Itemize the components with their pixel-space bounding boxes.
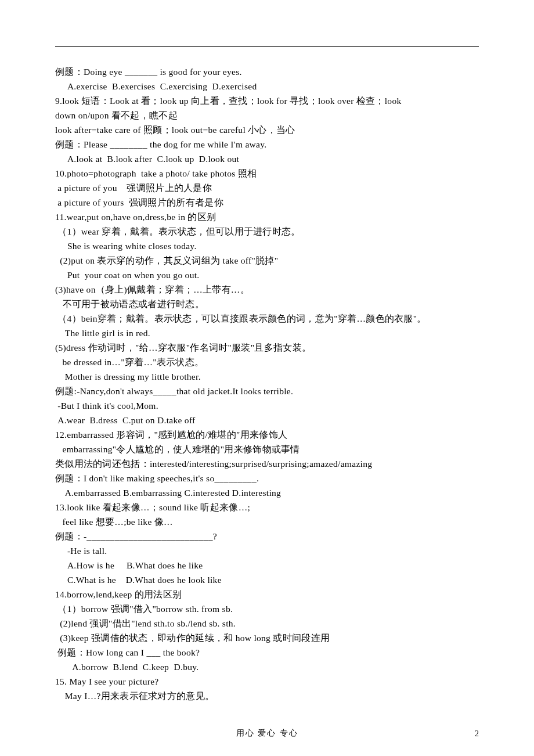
text-line: （1）borrow 强调"借入"borrow sth. from sb.: [55, 602, 479, 616]
text-line: -But I think it's cool,Mom.: [55, 398, 479, 413]
text-line: feel like 想要…;be like 像…: [55, 514, 479, 529]
body-text: 例题：Doing eye _______ is good for your ey…: [55, 64, 479, 703]
text-line: (5)dress 作动词时，"给…穿衣服"作名词时"服装"且多指女装。: [55, 340, 479, 355]
text-line: down on/upon 看不起，瞧不起: [55, 108, 479, 123]
footer-motto: 用心 爱心 专心: [236, 729, 298, 737]
header-rule: [55, 46, 479, 47]
text-line: 例题：Please ________ the dog for me while …: [55, 137, 479, 152]
text-line: look after=take care of 照顾；look out=be c…: [55, 123, 479, 137]
text-line: She is wearing white closes today.: [55, 239, 479, 253]
document-page: 例题：Doing eye _______ is good for your ey…: [0, 0, 534, 756]
text-line: be dressed in…"穿着…"表示状态。: [55, 355, 479, 369]
text-line: C.What is he D.What does he look like: [55, 573, 479, 587]
text-line: embarrassing"令人尴尬的，使人难堪的"用来修饰物或事情: [55, 442, 479, 456]
text-line: A.How is he B.What does he like: [55, 558, 479, 573]
text-line: The little girl is in red.: [55, 326, 479, 340]
text-line: 11.wear,put on,have on,dress,be in 的区别: [55, 210, 479, 224]
text-line: （4）bein穿着；戴着。表示状态，可以直接跟表示颜色的词，意为"穿着…颜色的衣…: [55, 311, 479, 326]
text-line: (3)keep 强调借的状态，即动作的延续，和 how long 或时间段连用: [55, 631, 479, 645]
text-line: 9.look 短语：Look at 看；look up 向上看，查找；look …: [55, 93, 479, 108]
text-line: a picture of yours 强调照片的所有者是你: [55, 195, 479, 210]
text-line: Mother is dressing my little brother.: [55, 369, 479, 384]
text-line: 例题：How long can I ___ the book?: [55, 645, 479, 660]
text-line: 例题：-___________________________?: [55, 529, 479, 543]
text-line: 例题：Doing eye _______ is good for your ey…: [55, 64, 479, 79]
text-line: 10.photo=photograph take a photo/ take p…: [55, 166, 479, 181]
text-line: A.exercise B.exercises C.exercising D.ex…: [55, 79, 479, 93]
text-line: 不可用于被动语态或者进行时态。: [55, 297, 479, 311]
text-line: 13.look like 看起来像…；sound like 听起来像…;: [55, 500, 479, 514]
text-line: 14.borrow,lend,keep 的用法区别: [55, 587, 479, 602]
text-line: A.look at B.look after C.look up D.look …: [55, 152, 479, 166]
text-line: Put your coat on when you go out.: [55, 268, 479, 282]
text-line: 例题:-Nancy,don't always_____that old jack…: [55, 384, 479, 398]
text-line: A.embarrassed B.embarrassing C.intereste…: [55, 485, 479, 500]
text-line: (2)lend 强调"借出"lend sth.to sb./lend sb. s…: [55, 616, 479, 631]
text-line: a picture of you 强调照片上的人是你: [55, 181, 479, 195]
text-line: (3)have on（身上)佩戴着；穿着；…上带有…。: [55, 282, 479, 297]
text-line: A.wear B.dress C.put on D.take off: [55, 413, 479, 427]
text-line: 例题：I don't like making speeches,it's so_…: [55, 471, 479, 485]
text-line: 类似用法的词还包括：interested/interesting;surpris…: [55, 456, 479, 471]
text-line: （1）wear 穿着，戴着。表示状态，但可以用于进行时态。: [55, 224, 479, 239]
footer: 用心 爱心 专心: [0, 728, 534, 739]
text-line: -He is tall.: [55, 543, 479, 558]
text-line: 15. May I see your picture?: [55, 674, 479, 689]
text-line: 12.embarrassed 形容词，"感到尴尬的/难堪的"用来修饰人: [55, 427, 479, 442]
text-line: May I…?用来表示征求对方的意见。: [55, 689, 479, 703]
page-number: 2: [475, 729, 479, 739]
text-line: A.borrow B.lend C.keep D.buy.: [55, 660, 479, 674]
text-line: (2)put on 表示穿的动作，其反义词组为 take off"脱掉": [55, 253, 479, 268]
